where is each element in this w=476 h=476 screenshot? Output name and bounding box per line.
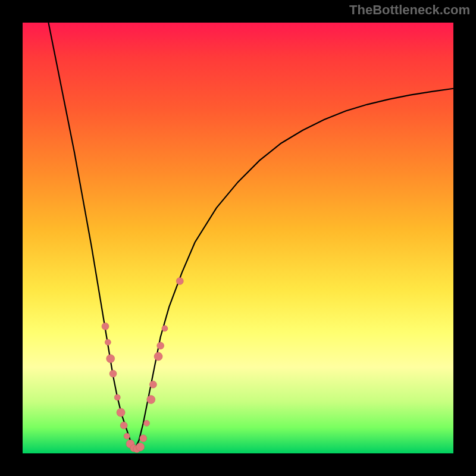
data-marker <box>114 394 120 400</box>
data-marker <box>147 396 155 404</box>
chart-container: TheBottleneck.com <box>0 0 476 476</box>
data-marker <box>162 325 168 331</box>
data-marker <box>140 435 147 442</box>
watermark-text: TheBottleneck.com <box>349 2 470 18</box>
data-marker <box>144 420 150 426</box>
data-marker <box>105 339 111 345</box>
data-marker <box>157 342 164 349</box>
data-marker <box>124 433 130 439</box>
data-marker <box>136 443 145 451</box>
chart-svg <box>23 23 453 453</box>
data-marker <box>154 352 162 361</box>
curve-left-branch <box>48 23 134 449</box>
data-marker <box>109 370 117 377</box>
data-marker <box>120 422 127 429</box>
data-marker <box>102 322 109 330</box>
curve-right-branch <box>134 89 453 449</box>
curve-group <box>48 23 453 449</box>
data-marker <box>176 277 183 284</box>
data-marker <box>149 381 156 388</box>
plot-area <box>23 23 453 453</box>
data-marker <box>117 408 125 416</box>
data-marker <box>107 355 115 363</box>
